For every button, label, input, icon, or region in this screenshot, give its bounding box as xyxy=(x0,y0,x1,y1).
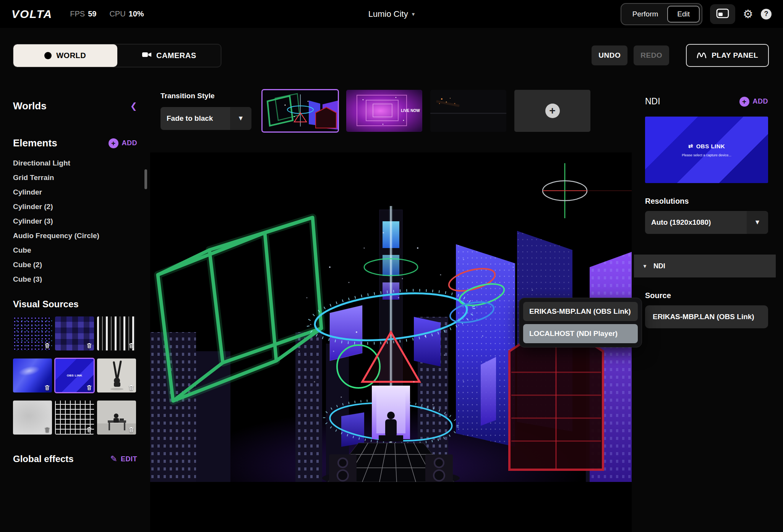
ndi-preview: ⇄ OBS LINK Please select a capture devic… xyxy=(645,117,768,183)
trash-icon[interactable] xyxy=(44,384,50,391)
plus-icon: + xyxy=(109,138,118,148)
dock-panel-button[interactable] xyxy=(710,4,735,24)
source-option-ndi-player[interactable]: LOCALHOST (NDI Player) xyxy=(523,324,638,343)
visual-source-mosaic[interactable] xyxy=(55,316,94,350)
trash-icon[interactable] xyxy=(86,342,92,349)
pencil-icon: ✎ xyxy=(110,454,117,464)
source-select-button[interactable]: ERIKAS-MBP.LAN (OBS Link) xyxy=(645,305,768,328)
world-sphere-icon xyxy=(44,52,52,59)
global-effects-edit-label: EDIT xyxy=(121,455,137,463)
elements-scrollbar[interactable] xyxy=(144,169,147,189)
tab-world-label: WORLD xyxy=(56,51,86,60)
ndi-add-button[interactable]: + ADD xyxy=(739,97,768,107)
source-label: Source xyxy=(645,291,768,300)
list-item[interactable]: Directional Light xyxy=(13,156,137,170)
project-selector[interactable]: Lumio City ▾ xyxy=(368,9,415,19)
settings-gear-icon[interactable]: ⚙ xyxy=(743,8,753,20)
visual-source-handstand[interactable] xyxy=(97,358,136,393)
perform-mode-button[interactable]: Perform xyxy=(623,6,668,23)
fps-label: FPS xyxy=(70,10,85,18)
resolution-dropdown[interactable]: Auto (1920x1080) ▼ xyxy=(645,211,768,234)
list-item[interactable]: Cube (3) xyxy=(13,272,137,283)
add-element-label: ADD xyxy=(122,139,138,147)
scene-thumb-dark-sparks[interactable] xyxy=(430,90,506,132)
visual-source-barcode[interactable] xyxy=(97,316,136,350)
trash-icon[interactable] xyxy=(128,384,135,391)
ndi-panel-title: NDI xyxy=(645,96,660,107)
picture-in-picture-icon xyxy=(716,8,729,20)
camera-icon xyxy=(142,51,152,60)
project-name: Lumio City xyxy=(368,9,408,19)
dropdown-arrow-icon: ▼ xyxy=(747,211,768,234)
collapse-chevron-left-icon[interactable]: ❮ xyxy=(130,101,137,111)
ndi-panel: NDI + ADD ⇄ OBS LINK Please select a cap… xyxy=(632,83,783,532)
list-item[interactable]: Cylinder (2) xyxy=(13,200,137,214)
visual-sources-grid: OBS LINK xyxy=(13,316,137,435)
elements-title: Elements xyxy=(13,137,57,149)
collapse-arrow-icon: ▼ xyxy=(642,263,647,269)
list-item[interactable]: Grid Terrain xyxy=(13,170,137,185)
transition-style-label: Transition Style xyxy=(160,92,214,100)
transition-style-dropdown[interactable]: Fade to black ▼ xyxy=(160,107,251,130)
purple-tunnel-thumbnail: LIVE NOW xyxy=(346,90,422,132)
list-item[interactable]: Cube xyxy=(13,243,137,258)
scene-thumbnails: LIVE NOW + xyxy=(262,90,590,132)
list-item[interactable]: Cylinder (3) xyxy=(13,214,137,229)
cpu-indicator: CPU 10% xyxy=(109,10,144,18)
obs-arrows-icon: ⇄ xyxy=(688,143,693,149)
resolution-value: Auto (1920x1080) xyxy=(645,218,747,227)
trash-icon[interactable] xyxy=(44,426,50,433)
mode-toggle: Perform Edit xyxy=(621,3,702,25)
fps-indicator: FPS 59 xyxy=(70,10,96,18)
scene-thumb-city-cube[interactable] xyxy=(262,90,338,132)
caret-down-icon: ▾ xyxy=(412,11,415,18)
trash-icon[interactable] xyxy=(128,342,135,349)
list-item[interactable]: Cube (2) xyxy=(13,258,137,272)
global-effects-edit-button[interactable]: ✎ EDIT xyxy=(110,454,137,464)
obs-link-mini-label: OBS LINK xyxy=(67,374,83,377)
tab-world[interactable]: WORLD xyxy=(13,44,117,67)
plus-icon: + xyxy=(739,97,749,107)
trash-icon[interactable] xyxy=(44,342,50,349)
undo-button[interactable]: UNDO xyxy=(592,45,627,65)
cpu-value: 10% xyxy=(129,10,144,18)
redo-button[interactable]: REDO xyxy=(634,45,669,65)
add-scene-button[interactable]: + xyxy=(514,90,590,132)
visual-source-smoke[interactable] xyxy=(13,401,52,435)
visual-source-blue-fluid[interactable] xyxy=(13,358,52,393)
visual-source-desk-scene[interactable] xyxy=(97,401,136,435)
list-item[interactable]: Audio Frequency (Circle) xyxy=(13,229,137,243)
trash-icon[interactable] xyxy=(128,426,135,433)
visual-source-obs-link[interactable]: OBS LINK xyxy=(55,358,94,393)
resolutions-label: Resolutions xyxy=(645,197,768,206)
trash-icon[interactable] xyxy=(86,384,92,391)
ndi-add-label: ADD xyxy=(753,97,768,105)
play-panel-label: PLAY PANEL xyxy=(712,51,758,60)
volta-logo: VOLTA xyxy=(11,8,52,21)
trash-icon[interactable] xyxy=(86,426,92,433)
toolbar-row: WORLD CAMERAS UNDO REDO PLAY PANEL xyxy=(0,28,783,83)
source-option-obs-link[interactable]: ERIKAS-MBP.LAN (OBS Link) xyxy=(523,302,638,321)
help-icon[interactable]: ? xyxy=(761,9,772,19)
top-bar: VOLTA FPS 59 CPU 10% Lumio City ▾ Perfor… xyxy=(0,0,783,28)
tab-cameras-label: CAMERAS xyxy=(156,51,196,60)
cpu-label: CPU xyxy=(109,10,125,18)
world-cameras-tabs: WORLD CAMERAS xyxy=(13,44,221,67)
visual-source-grid[interactable] xyxy=(55,401,94,435)
edit-mode-button[interactable]: Edit xyxy=(667,6,700,23)
source-dropdown-menu: ERIKAS-MBP.LAN (OBS Link) LOCALHOST (NDI… xyxy=(519,298,642,347)
play-panel-button[interactable]: PLAY PANEL xyxy=(686,44,769,67)
ndi-section-header[interactable]: ▼ NDI xyxy=(634,255,776,277)
dropdown-arrow-icon: ▼ xyxy=(230,107,251,130)
list-item[interactable]: Cylinder xyxy=(13,185,137,200)
left-sidebar: Worlds ❮ Elements + ADD Directional Ligh… xyxy=(0,83,150,532)
city-cube-thumbnail xyxy=(262,90,338,132)
visual-source-dot-matrix[interactable] xyxy=(13,316,52,350)
obs-link-subtitle: Please select a capture device... xyxy=(682,153,731,157)
tab-cameras[interactable]: CAMERAS xyxy=(117,44,221,67)
dark-sparks-thumbnail xyxy=(430,90,506,132)
add-element-button[interactable]: + ADD xyxy=(109,138,138,148)
elements-list: Directional Light Grid Terrain Cylinder … xyxy=(13,156,137,283)
scene-thumb-purple-tunnel[interactable]: LIVE NOW xyxy=(346,90,422,132)
plus-icon: + xyxy=(545,104,560,118)
